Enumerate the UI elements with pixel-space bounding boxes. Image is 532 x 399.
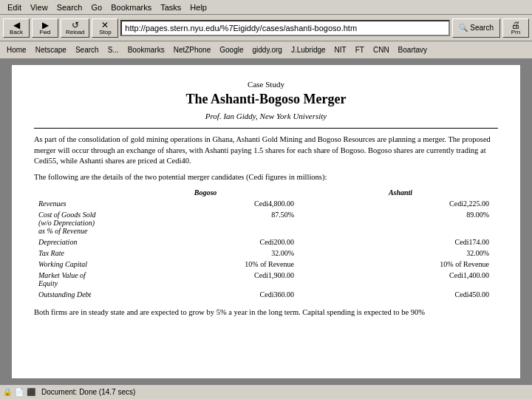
table-col-label — [34, 187, 108, 198]
table-cell-ashanti: Cedi174.00 — [303, 236, 498, 248]
back-button[interactable]: ◀ Back — [3, 18, 30, 38]
status-text: Document: Done (14.7 secs) — [41, 388, 135, 396]
case-label: Case Study — [34, 80, 498, 89]
menu-help[interactable]: Help — [185, 1, 211, 13]
intro-paragraph-1: As part of the consolidation of gold min… — [34, 134, 498, 167]
financial-table: Bogoso Ashanti RevenuesCedi4,800.00Cedi2… — [34, 187, 498, 300]
progress-icon: ⬛ — [27, 388, 35, 396]
table-cell-bogoso: Cedi200.00 — [108, 236, 303, 248]
forward-icon: ▶ — [42, 21, 49, 30]
table-cell-label: Outstanding Debt — [34, 289, 108, 300]
bookmark-giddyorg[interactable]: giddy.org — [249, 44, 286, 55]
table-cell-label: Revenues — [34, 198, 108, 209]
table-row: Cost of Goods Sold (w/o Depreciation) as… — [34, 209, 498, 236]
bottom-text: Both firms are in steady state and are e… — [34, 307, 498, 318]
bookmark-home[interactable]: Home — [3, 44, 30, 55]
table-cell-label: Depreciation — [34, 236, 108, 248]
menu-edit[interactable]: Edit — [3, 1, 26, 13]
table-cell-bogoso: Cedi1,900.00 — [108, 270, 303, 289]
table-row: DepreciationCedi200.00Cedi174.00 — [34, 236, 498, 248]
document-title: The Ashanti-Bogoso Merger — [34, 92, 498, 107]
table-cell-label: Cost of Goods Sold (w/o Depreciation) as… — [34, 209, 108, 236]
table-col-bogoso: Bogoso — [108, 187, 303, 198]
bookmarks-bar: Home Netscape Search S... Bookmarks NetZ… — [0, 41, 532, 59]
bookmark-google[interactable]: Google — [216, 44, 247, 55]
intro-paragraph-2: The following are the details of the two… — [34, 173, 498, 181]
menu-search[interactable]: Search — [52, 1, 87, 13]
reload-button[interactable]: ↺ Reload — [61, 18, 89, 38]
table-cell-bogoso: Cedi360.00 — [108, 289, 303, 300]
table-cell-bogoso: Cedi4,800.00 — [108, 198, 303, 209]
bookmark-boartavy[interactable]: Boartavy — [395, 44, 431, 55]
menu-tasks[interactable]: Tasks — [156, 1, 185, 13]
bookmark-s[interactable]: S... — [104, 44, 123, 55]
table-cell-ashanti: 89.00% — [303, 209, 498, 236]
menu-view[interactable]: View — [26, 1, 52, 13]
statusbar-icons: 🔒 📄 ⬛ — [3, 388, 35, 396]
back-icon: ◀ — [13, 21, 20, 30]
table-cell-label: Working Capital — [34, 259, 108, 270]
bookmark-jlubridge[interactable]: J.Lubridge — [287, 44, 330, 55]
reload-icon: ↺ — [72, 21, 79, 30]
table-row: Outstanding DebtCedi360.00Cedi450.00 — [34, 289, 498, 300]
table-row: Working Capital10% of Revenue10% of Reve… — [34, 259, 498, 270]
table-cell-bogoso: 32.00% — [108, 248, 303, 259]
stop-icon: ✕ — [101, 21, 109, 30]
forward-button[interactable]: ▶ Fwd — [32, 18, 58, 38]
table-cell-ashanti: 32.00% — [303, 248, 498, 259]
content-area: Case Study The Ashanti-Bogoso Merger Pro… — [0, 59, 532, 384]
bookmark-bookmarks[interactable]: Bookmarks — [124, 44, 168, 55]
divider — [34, 128, 498, 129]
address-bar — [120, 20, 450, 36]
page-icon: 📄 — [15, 388, 24, 396]
lock-icon: 🔒 — [3, 388, 12, 396]
bookmark-search[interactable]: Search — [72, 44, 103, 55]
menu-go[interactable]: Go — [86, 1, 106, 13]
bookmark-nit[interactable]: NIT — [331, 44, 350, 55]
bookmark-cnn[interactable]: CNN — [369, 44, 393, 55]
table-row: Market Value of EquityCedi1,900.00Cedi1,… — [34, 270, 498, 289]
bookmark-netzphone[interactable]: NetZPhone — [170, 44, 215, 55]
stop-button[interactable]: ✕ Stop — [92, 18, 118, 38]
document: Case Study The Ashanti-Bogoso Merger Pro… — [12, 65, 520, 378]
table-col-ashanti: Ashanti — [303, 187, 498, 198]
bookmark-netscape[interactable]: Netscape — [32, 44, 70, 55]
table-row: RevenuesCedi4,800.00Cedi2,225.00 — [34, 198, 498, 209]
table-cell-ashanti: Cedi1,400.00 — [303, 270, 498, 289]
search-button[interactable]: 🔍 Search — [452, 18, 500, 38]
table-cell-bogoso: 87.50% — [108, 209, 303, 236]
search-icon: 🔍 — [459, 24, 468, 32]
menu-bar: Edit View Search Go Bookmarks Tasks Help — [0, 0, 532, 15]
status-bar: 🔒 📄 ⬛ Document: Done (14.7 secs) — [0, 384, 532, 399]
print-button[interactable]: 🖨 Prn — [502, 18, 529, 38]
table-cell-label: Market Value of Equity — [34, 270, 108, 289]
table-cell-label: Tax Rate — [34, 248, 108, 259]
table-cell-bogoso: 10% of Revenue — [108, 259, 303, 270]
toolbar: ◀ Back ▶ Fwd ↺ Reload ✕ Stop 🔍 Search 🖨 … — [0, 15, 532, 41]
address-input[interactable] — [120, 20, 450, 36]
menu-bookmarks[interactable]: Bookmarks — [106, 1, 156, 13]
table-row: Tax Rate32.00%32.00% — [34, 248, 498, 259]
print-icon: 🖨 — [511, 21, 520, 30]
table-cell-ashanti: Cedi450.00 — [303, 289, 498, 300]
document-author: Prof. Ian Giddy, New York University — [34, 112, 498, 120]
bookmark-ft[interactable]: FT — [352, 44, 368, 55]
table-cell-ashanti: 10% of Revenue — [303, 259, 498, 270]
table-cell-ashanti: Cedi2,225.00 — [303, 198, 498, 209]
